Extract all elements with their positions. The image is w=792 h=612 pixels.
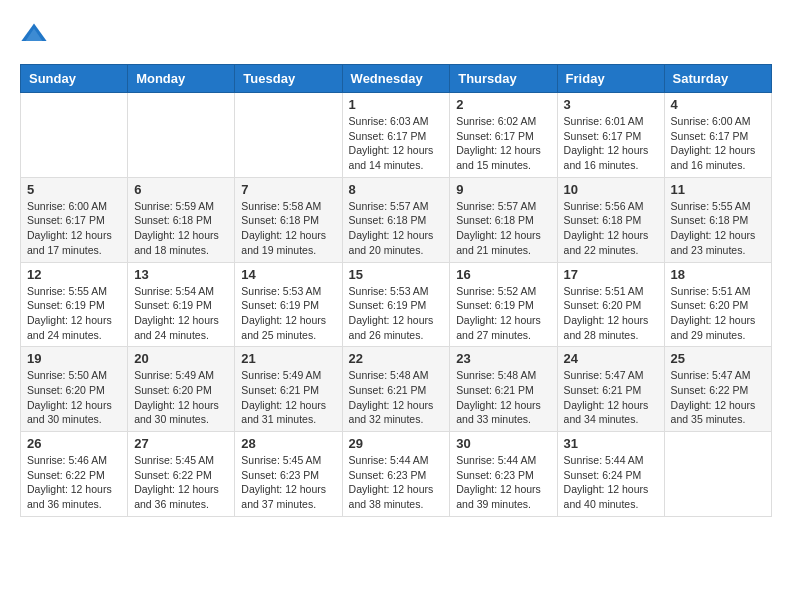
day-number: 31 xyxy=(564,436,658,451)
day-number: 8 xyxy=(349,182,444,197)
day-cell: 22Sunrise: 5:48 AM Sunset: 6:21 PM Dayli… xyxy=(342,347,450,432)
day-info: Sunrise: 5:44 AM Sunset: 6:23 PM Dayligh… xyxy=(456,453,550,512)
day-info: Sunrise: 5:53 AM Sunset: 6:19 PM Dayligh… xyxy=(241,284,335,343)
day-number: 3 xyxy=(564,97,658,112)
day-info: Sunrise: 5:52 AM Sunset: 6:19 PM Dayligh… xyxy=(456,284,550,343)
week-row-3: 12Sunrise: 5:55 AM Sunset: 6:19 PM Dayli… xyxy=(21,262,772,347)
day-cell: 21Sunrise: 5:49 AM Sunset: 6:21 PM Dayli… xyxy=(235,347,342,432)
weekday-header-friday: Friday xyxy=(557,65,664,93)
day-number: 7 xyxy=(241,182,335,197)
day-number: 6 xyxy=(134,182,228,197)
day-info: Sunrise: 5:48 AM Sunset: 6:21 PM Dayligh… xyxy=(456,368,550,427)
day-cell: 8Sunrise: 5:57 AM Sunset: 6:18 PM Daylig… xyxy=(342,177,450,262)
day-cell: 14Sunrise: 5:53 AM Sunset: 6:19 PM Dayli… xyxy=(235,262,342,347)
day-cell: 29Sunrise: 5:44 AM Sunset: 6:23 PM Dayli… xyxy=(342,432,450,517)
day-cell xyxy=(664,432,771,517)
day-info: Sunrise: 6:02 AM Sunset: 6:17 PM Dayligh… xyxy=(456,114,550,173)
weekday-header-wednesday: Wednesday xyxy=(342,65,450,93)
day-cell: 27Sunrise: 5:45 AM Sunset: 6:22 PM Dayli… xyxy=(128,432,235,517)
day-info: Sunrise: 5:55 AM Sunset: 6:18 PM Dayligh… xyxy=(671,199,765,258)
day-cell: 6Sunrise: 5:59 AM Sunset: 6:18 PM Daylig… xyxy=(128,177,235,262)
day-number: 12 xyxy=(27,267,121,282)
day-info: Sunrise: 5:44 AM Sunset: 6:24 PM Dayligh… xyxy=(564,453,658,512)
day-number: 11 xyxy=(671,182,765,197)
day-info: Sunrise: 6:01 AM Sunset: 6:17 PM Dayligh… xyxy=(564,114,658,173)
day-number: 13 xyxy=(134,267,228,282)
weekday-header-tuesday: Tuesday xyxy=(235,65,342,93)
day-number: 17 xyxy=(564,267,658,282)
day-info: Sunrise: 5:48 AM Sunset: 6:21 PM Dayligh… xyxy=(349,368,444,427)
day-cell: 3Sunrise: 6:01 AM Sunset: 6:17 PM Daylig… xyxy=(557,93,664,178)
day-cell: 17Sunrise: 5:51 AM Sunset: 6:20 PM Dayli… xyxy=(557,262,664,347)
day-number: 21 xyxy=(241,351,335,366)
day-cell: 10Sunrise: 5:56 AM Sunset: 6:18 PM Dayli… xyxy=(557,177,664,262)
day-cell: 26Sunrise: 5:46 AM Sunset: 6:22 PM Dayli… xyxy=(21,432,128,517)
day-number: 18 xyxy=(671,267,765,282)
day-cell xyxy=(21,93,128,178)
day-number: 9 xyxy=(456,182,550,197)
week-row-4: 19Sunrise: 5:50 AM Sunset: 6:20 PM Dayli… xyxy=(21,347,772,432)
day-cell: 16Sunrise: 5:52 AM Sunset: 6:19 PM Dayli… xyxy=(450,262,557,347)
day-info: Sunrise: 5:53 AM Sunset: 6:19 PM Dayligh… xyxy=(349,284,444,343)
weekday-header-row: SundayMondayTuesdayWednesdayThursdayFrid… xyxy=(21,65,772,93)
day-info: Sunrise: 5:47 AM Sunset: 6:22 PM Dayligh… xyxy=(671,368,765,427)
day-number: 5 xyxy=(27,182,121,197)
day-info: Sunrise: 5:49 AM Sunset: 6:21 PM Dayligh… xyxy=(241,368,335,427)
day-number: 14 xyxy=(241,267,335,282)
weekday-header-saturday: Saturday xyxy=(664,65,771,93)
day-cell: 7Sunrise: 5:58 AM Sunset: 6:18 PM Daylig… xyxy=(235,177,342,262)
day-number: 26 xyxy=(27,436,121,451)
day-cell: 30Sunrise: 5:44 AM Sunset: 6:23 PM Dayli… xyxy=(450,432,557,517)
weekday-header-monday: Monday xyxy=(128,65,235,93)
day-number: 29 xyxy=(349,436,444,451)
week-row-1: 1Sunrise: 6:03 AM Sunset: 6:17 PM Daylig… xyxy=(21,93,772,178)
day-number: 15 xyxy=(349,267,444,282)
day-info: Sunrise: 5:56 AM Sunset: 6:18 PM Dayligh… xyxy=(564,199,658,258)
day-info: Sunrise: 5:46 AM Sunset: 6:22 PM Dayligh… xyxy=(27,453,121,512)
page-header xyxy=(20,20,772,48)
day-cell: 12Sunrise: 5:55 AM Sunset: 6:19 PM Dayli… xyxy=(21,262,128,347)
day-cell: 23Sunrise: 5:48 AM Sunset: 6:21 PM Dayli… xyxy=(450,347,557,432)
day-cell: 20Sunrise: 5:49 AM Sunset: 6:20 PM Dayli… xyxy=(128,347,235,432)
day-info: Sunrise: 5:44 AM Sunset: 6:23 PM Dayligh… xyxy=(349,453,444,512)
week-row-2: 5Sunrise: 6:00 AM Sunset: 6:17 PM Daylig… xyxy=(21,177,772,262)
day-number: 16 xyxy=(456,267,550,282)
day-info: Sunrise: 6:03 AM Sunset: 6:17 PM Dayligh… xyxy=(349,114,444,173)
day-number: 30 xyxy=(456,436,550,451)
day-cell: 28Sunrise: 5:45 AM Sunset: 6:23 PM Dayli… xyxy=(235,432,342,517)
day-info: Sunrise: 5:50 AM Sunset: 6:20 PM Dayligh… xyxy=(27,368,121,427)
day-info: Sunrise: 6:00 AM Sunset: 6:17 PM Dayligh… xyxy=(671,114,765,173)
day-info: Sunrise: 5:58 AM Sunset: 6:18 PM Dayligh… xyxy=(241,199,335,258)
day-number: 27 xyxy=(134,436,228,451)
logo xyxy=(20,20,52,48)
day-number: 19 xyxy=(27,351,121,366)
day-cell: 24Sunrise: 5:47 AM Sunset: 6:21 PM Dayli… xyxy=(557,347,664,432)
day-cell: 31Sunrise: 5:44 AM Sunset: 6:24 PM Dayli… xyxy=(557,432,664,517)
day-cell xyxy=(235,93,342,178)
weekday-header-thursday: Thursday xyxy=(450,65,557,93)
day-number: 10 xyxy=(564,182,658,197)
day-info: Sunrise: 5:54 AM Sunset: 6:19 PM Dayligh… xyxy=(134,284,228,343)
calendar-table: SundayMondayTuesdayWednesdayThursdayFrid… xyxy=(20,64,772,517)
day-info: Sunrise: 5:59 AM Sunset: 6:18 PM Dayligh… xyxy=(134,199,228,258)
day-cell: 11Sunrise: 5:55 AM Sunset: 6:18 PM Dayli… xyxy=(664,177,771,262)
day-info: Sunrise: 5:49 AM Sunset: 6:20 PM Dayligh… xyxy=(134,368,228,427)
day-info: Sunrise: 5:57 AM Sunset: 6:18 PM Dayligh… xyxy=(456,199,550,258)
day-cell xyxy=(128,93,235,178)
day-cell: 15Sunrise: 5:53 AM Sunset: 6:19 PM Dayli… xyxy=(342,262,450,347)
day-number: 4 xyxy=(671,97,765,112)
day-number: 2 xyxy=(456,97,550,112)
day-cell: 5Sunrise: 6:00 AM Sunset: 6:17 PM Daylig… xyxy=(21,177,128,262)
day-cell: 2Sunrise: 6:02 AM Sunset: 6:17 PM Daylig… xyxy=(450,93,557,178)
day-cell: 19Sunrise: 5:50 AM Sunset: 6:20 PM Dayli… xyxy=(21,347,128,432)
day-info: Sunrise: 5:55 AM Sunset: 6:19 PM Dayligh… xyxy=(27,284,121,343)
day-cell: 13Sunrise: 5:54 AM Sunset: 6:19 PM Dayli… xyxy=(128,262,235,347)
day-number: 20 xyxy=(134,351,228,366)
day-cell: 9Sunrise: 5:57 AM Sunset: 6:18 PM Daylig… xyxy=(450,177,557,262)
day-number: 1 xyxy=(349,97,444,112)
week-row-5: 26Sunrise: 5:46 AM Sunset: 6:22 PM Dayli… xyxy=(21,432,772,517)
day-number: 25 xyxy=(671,351,765,366)
day-info: Sunrise: 5:45 AM Sunset: 6:22 PM Dayligh… xyxy=(134,453,228,512)
day-info: Sunrise: 6:00 AM Sunset: 6:17 PM Dayligh… xyxy=(27,199,121,258)
day-number: 23 xyxy=(456,351,550,366)
